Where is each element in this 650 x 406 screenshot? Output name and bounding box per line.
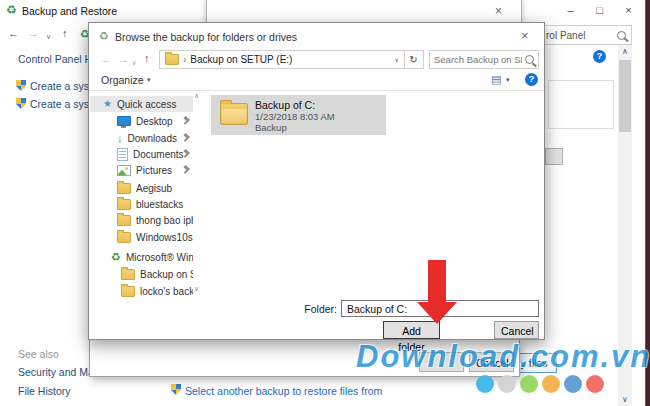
file-item-date: 1/23/2018 8:03 AM (255, 111, 335, 122)
recent-locations-chevron-icon[interactable]: ∨ (132, 58, 136, 69)
close-icon[interactable]: × (495, 5, 502, 17)
window-title: Backup and Restore (22, 5, 117, 17)
search-text-fragment: rol Panel (546, 30, 585, 41)
maximize-button[interactable]: □ (585, 0, 614, 21)
up-icon[interactable]: ↑ (62, 28, 68, 39)
pin-icon (182, 150, 190, 158)
sidebar-item-lockos-backup[interactable]: locko's backup (90, 283, 193, 299)
back-icon[interactable]: ← (8, 28, 19, 39)
sidebar-item-downloads[interactable]: ↓ Downloads (90, 130, 193, 146)
sidebar-item-label: Downloads (128, 133, 177, 144)
folder-icon (165, 54, 179, 65)
quick-access-star-icon: ★ (103, 99, 112, 109)
search-icon (617, 31, 626, 40)
search-input[interactable] (434, 54, 522, 65)
sidebar-item-backup-on-setup[interactable]: Backup on SETU (90, 266, 193, 282)
breadcrumb[interactable]: Backup on SETUP (E:) (190, 54, 394, 65)
pin-icon (182, 117, 190, 125)
watermark-dot (498, 375, 516, 393)
view-dropdown-icon[interactable]: ▾ (506, 76, 510, 84)
shield-icon (16, 98, 26, 109)
back-icon[interactable]: ← (101, 54, 112, 65)
folder-icon (117, 232, 131, 243)
watermark-dot (476, 375, 494, 393)
breadcrumb-separator-icon: › (183, 54, 186, 65)
see-also-heading: See also (18, 348, 59, 360)
scroll-down-icon[interactable]: ∨ (618, 395, 632, 404)
sidebar-item-label: Backup on SETU (140, 269, 193, 280)
shield-icon (16, 80, 26, 91)
sidebar-item-label: Microsoft® Wind (126, 252, 193, 263)
address-bar[interactable]: › Backup on SETUP (E:) ∨ (159, 50, 405, 69)
dialog-title: Browse the backup for folders or drives (115, 31, 297, 43)
recent-locations-chevron-icon[interactable]: ∨ (46, 31, 51, 42)
sidebar-item-label: Windows10s (136, 232, 193, 243)
folder-field-label: Folder: (299, 303, 337, 315)
scrollbar-thumb[interactable] (619, 60, 631, 132)
shield-icon (171, 384, 181, 395)
watermark: Download.com.vn (356, 339, 650, 375)
watermark-dot (520, 375, 538, 393)
folder-icon (121, 286, 135, 297)
view-mode-icon[interactable]: ▤ (491, 73, 501, 86)
help-icon[interactable]: ? (593, 50, 606, 63)
sidebar-item-label: Pictures (136, 165, 172, 176)
folder-icon (121, 269, 135, 280)
pin-icon (182, 166, 190, 174)
close-icon[interactable]: × (521, 30, 529, 42)
sidebar-item-quick-access[interactable]: ★ Quick access (90, 96, 193, 112)
control-panel-search-box[interactable]: rol Panel (540, 25, 632, 45)
organize-button[interactable]: Organize (101, 74, 144, 86)
forward-icon[interactable]: → (118, 54, 129, 65)
help-icon[interactable]: ? (525, 73, 538, 86)
scroll-up-icon[interactable]: ∧ (618, 47, 632, 56)
pin-icon (182, 134, 190, 142)
command-bar: Organize ▾ ▤ ▾ ? (89, 70, 544, 91)
minimize-button[interactable]: – (556, 0, 585, 21)
up-icon[interactable]: ↑ (144, 53, 150, 64)
forward-icon[interactable]: → (28, 28, 39, 39)
organize-dropdown-icon[interactable]: ▾ (147, 76, 151, 84)
sidebar-item-label: bluestacks (136, 199, 183, 210)
sidebar-item-thong-bao-iphone[interactable]: thong bao iphor (90, 212, 193, 228)
watermark-dot (564, 375, 582, 393)
pictures-icon (117, 165, 131, 176)
sidebar-scroll-up-icon[interactable]: ∧ (194, 92, 199, 100)
file-history-link[interactable]: File History (18, 385, 71, 397)
address-dropdown-chevron-icon[interactable]: ∨ (395, 56, 399, 63)
sidebar-item-pictures[interactable]: Pictures (90, 162, 193, 178)
sidebar-item-microsoft-windows-backup[interactable]: ♻ Microsoft® Wind (90, 249, 193, 265)
sidebar-item-desktop[interactable]: Desktop (90, 113, 193, 129)
cancel-button[interactable]: Cancel (494, 321, 539, 339)
browse-backup-dialog: ♻ Browse the backup for folders or drive… (88, 22, 545, 340)
folder-icon (117, 183, 131, 194)
background-dialog-titlebar: × (206, 0, 522, 24)
refresh-button[interactable]: ↻ (404, 50, 424, 69)
dialog-search-box[interactable] (429, 50, 539, 69)
search-icon (525, 55, 534, 64)
backup-restore-app-icon: ♻ (6, 4, 17, 16)
refresh-icon: ↻ (409, 54, 417, 65)
screen: ♻ Backup and Restore – □ × ← → ∨ ↑ ♻ rol… (0, 0, 650, 406)
sidebar-item-label: locko's backup (140, 286, 193, 297)
sidebar-item-label: Aegisub (136, 183, 172, 194)
sidebar-item-label: Quick access (117, 99, 176, 110)
sidebar-item-bluestacks[interactable]: bluestacks (90, 196, 193, 212)
select-another-backup-link[interactable]: Select another backup to restore files f… (185, 385, 382, 397)
close-button[interactable]: × (614, 0, 643, 21)
background-button-fragment (545, 148, 563, 165)
dialog-icon: ♻ (99, 30, 109, 42)
sidebar-item-windows10s[interactable]: Windows10s (90, 229, 193, 245)
file-item-backup-of-c[interactable]: Backup of C: 1/23/2018 8:03 AM Backup (211, 95, 386, 135)
background-groupbox-fragment (548, 80, 614, 129)
desktop-icon (117, 116, 131, 126)
folder-icon (117, 215, 131, 226)
sidebar-item-label: Documents (133, 149, 184, 160)
sidebar-item-aegisub[interactable]: Aegisub (90, 180, 193, 196)
sidebar-item-label: thong bao iphor (136, 215, 193, 226)
downloads-icon: ↓ (117, 133, 123, 143)
sidebar-scroll-down-icon[interactable]: ∨ (194, 285, 199, 293)
sidebar-item-documents[interactable]: Documents (90, 146, 193, 162)
documents-icon (117, 148, 128, 161)
sidebar-item-label: Desktop (136, 116, 173, 127)
